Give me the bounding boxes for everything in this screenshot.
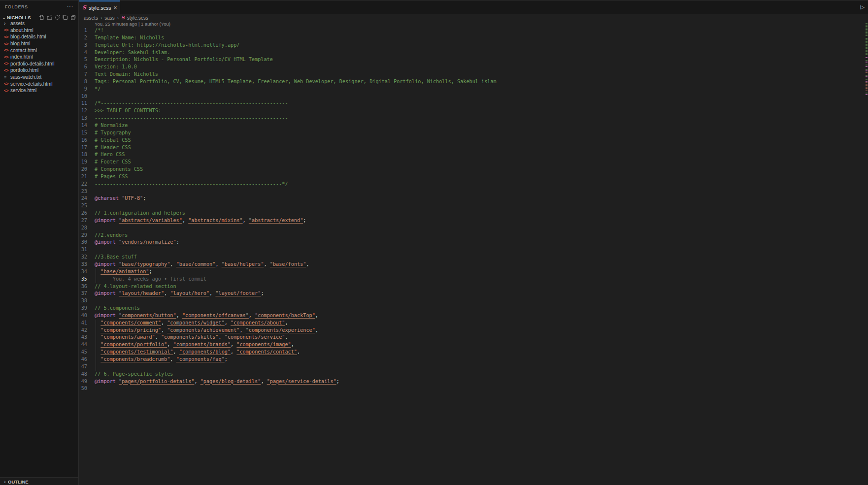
code-line[interactable]: 38 xyxy=(79,297,868,305)
line-number[interactable]: 33 xyxy=(79,261,87,268)
sidebar-item-portfolio-html[interactable]: <>portfolio.html xyxy=(0,67,78,74)
line-number[interactable]: 32 xyxy=(79,254,87,261)
code-line[interactable]: 46 "components/breadcrumb", "components/… xyxy=(79,356,868,363)
code-line[interactable]: 40@import "components/button", "componen… xyxy=(79,312,868,320)
line-number[interactable]: 26 xyxy=(79,210,87,217)
code-token[interactable]: "components/skills" xyxy=(161,334,219,340)
sidebar-item-sass-watch-txt[interactable]: ≡sass-watch.txt xyxy=(0,74,78,81)
code-token[interactable]: "base/helpers" xyxy=(222,261,264,267)
code-line[interactable]: 19# Footer CSS xyxy=(79,159,868,166)
code-token[interactable]: "components/service" xyxy=(225,334,285,340)
line-number[interactable]: 46 xyxy=(79,356,87,363)
run-icon[interactable]: ▷ xyxy=(861,4,865,10)
code-line[interactable]: 47 xyxy=(79,363,868,371)
line-number[interactable]: 42 xyxy=(79,327,87,334)
codelens-annotation[interactable]: You, 25 minutes ago | 1 author (You) xyxy=(79,21,868,27)
code-token[interactable]: "components/button" xyxy=(119,313,176,318)
minimap[interactable] xyxy=(865,21,868,485)
code-line[interactable]: 22--------------------------------------… xyxy=(79,181,868,188)
line-number[interactable]: 34 xyxy=(79,268,87,276)
line-number[interactable]: 1 xyxy=(79,27,87,34)
line-number[interactable]: 10 xyxy=(79,93,87,100)
line-number[interactable]: 40 xyxy=(79,312,87,320)
code-line[interactable]: 23 xyxy=(79,188,868,195)
line-number[interactable]: 4 xyxy=(79,49,87,57)
code-line[interactable]: 27@import "abstracts/variables", "abstra… xyxy=(79,217,868,225)
line-number[interactable]: 25 xyxy=(79,202,87,210)
line-number[interactable]: 23 xyxy=(79,188,87,195)
more-actions-icon[interactable]: ··· xyxy=(67,4,73,9)
code-token[interactable]: "base/fonts" xyxy=(270,261,306,267)
code-line[interactable]: 32//3.Base stuff xyxy=(79,254,868,261)
code-line[interactable]: 7Text Domain: Nicholls xyxy=(79,71,868,78)
code-line[interactable]: 9*/ xyxy=(79,86,868,93)
code-token[interactable]: "abstracts/extend" xyxy=(249,218,303,223)
code-line[interactable]: 28 xyxy=(79,225,868,232)
line-number[interactable]: 3 xyxy=(79,42,87,49)
line-number[interactable]: 45 xyxy=(79,349,87,356)
line-number[interactable]: 13 xyxy=(79,115,87,122)
sidebar-item-service-html[interactable]: <>service.html xyxy=(0,87,78,94)
code-token[interactable]: "base/typography" xyxy=(119,261,170,267)
code-line[interactable]: 37@import "layout/header", "layout/hero"… xyxy=(79,290,868,297)
sidebar-item-portfolio-details-html[interactable]: <>portfolio-details.html xyxy=(0,61,78,67)
code-line[interactable]: 43 "components/award", "components/skill… xyxy=(79,334,868,341)
code-line[interactable]: 10 xyxy=(79,93,868,100)
code-line[interactable]: 12>>> TABLE OF CONTENTS: xyxy=(79,107,868,115)
line-number[interactable]: 11 xyxy=(79,100,87,107)
code-line[interactable]: 2Template Name: Nicholls xyxy=(79,34,868,42)
code-token[interactable]: "components/testimonial" xyxy=(100,349,173,355)
line-number[interactable]: 47 xyxy=(79,363,87,371)
code-token[interactable]: "base/common" xyxy=(176,261,216,267)
tab-style-scss[interactable]: S style.scss × xyxy=(79,0,120,14)
save-all-icon[interactable] xyxy=(62,14,68,21)
code-token[interactable]: "vendors/normalize" xyxy=(119,239,176,245)
line-number[interactable]: 27 xyxy=(79,217,87,225)
line-number[interactable]: 19 xyxy=(79,159,87,166)
new-file-icon[interactable] xyxy=(38,14,45,21)
line-number[interactable]: 9 xyxy=(79,86,87,93)
line-number[interactable]: 35 xyxy=(79,276,87,283)
code-token[interactable]: "components/offcanvas" xyxy=(182,313,249,318)
code-token[interactable]: "components/breadcrumb" xyxy=(100,356,170,362)
code-line[interactable]: 5Description: Nicholls - Personal Portfo… xyxy=(79,56,868,64)
line-number[interactable]: 29 xyxy=(79,232,87,239)
code-line[interactable]: 29//2.vendors xyxy=(79,232,868,239)
new-folder-icon[interactable] xyxy=(46,14,53,21)
code-line[interactable]: 17# Header CSS xyxy=(79,144,868,152)
sidebar-item-service-details-html[interactable]: <>service-details.html xyxy=(0,80,78,87)
line-number[interactable]: 24 xyxy=(79,195,87,202)
line-number[interactable]: 18 xyxy=(79,151,87,159)
line-number[interactable]: 50 xyxy=(79,385,87,392)
code-token[interactable]: "components/about" xyxy=(231,320,285,325)
code-line[interactable]: 50 xyxy=(79,385,868,392)
code-line[interactable]: 26// 1.configuration and helpers xyxy=(79,210,868,217)
code-token[interactable]: "components/brands" xyxy=(173,342,231,347)
code-token[interactable]: "components/award" xyxy=(100,334,155,340)
code-token[interactable]: "pages/portfolio-details" xyxy=(119,379,194,384)
code-line[interactable]: 45 "components/testimonial", "components… xyxy=(79,349,868,356)
breadcrumb-item-assets[interactable]: assets xyxy=(84,15,98,21)
sidebar-item-blog-details-html[interactable]: <>blog-details.html xyxy=(0,33,78,40)
code-token[interactable]: "layout/header" xyxy=(119,291,164,296)
code-line[interactable]: 25 xyxy=(79,202,868,210)
code-line[interactable]: 1/*! xyxy=(79,27,868,34)
code-token[interactable]: "components/widget" xyxy=(167,320,225,325)
code-line[interactable]: 34 "base/animation"; xyxy=(79,268,868,276)
line-number[interactable]: 37 xyxy=(79,290,87,297)
code-line[interactable]: 36// 4.layout-related section xyxy=(79,283,868,291)
code-line[interactable]: 8Tags: Personal Portfolio, CV, Resume, H… xyxy=(79,78,868,86)
line-number[interactable]: 12 xyxy=(79,107,87,115)
close-tab-icon[interactable]: × xyxy=(113,5,117,10)
code-token[interactable]: "components/image" xyxy=(236,342,291,347)
line-number[interactable]: 14 xyxy=(79,122,87,129)
refresh-icon[interactable] xyxy=(54,14,61,21)
code-token[interactable]: "components/comment" xyxy=(100,320,161,325)
collapse-all-icon[interactable] xyxy=(70,14,76,21)
code-line[interactable]: 3Template Url: https://nicholls-html.net… xyxy=(79,42,868,49)
sidebar-item-assets[interactable]: ›assets xyxy=(0,20,78,27)
code-line[interactable]: 13--------------------------------------… xyxy=(79,115,868,122)
line-number[interactable]: 43 xyxy=(79,334,87,341)
line-number[interactable]: 41 xyxy=(79,320,87,327)
line-number[interactable]: 7 xyxy=(79,71,87,78)
